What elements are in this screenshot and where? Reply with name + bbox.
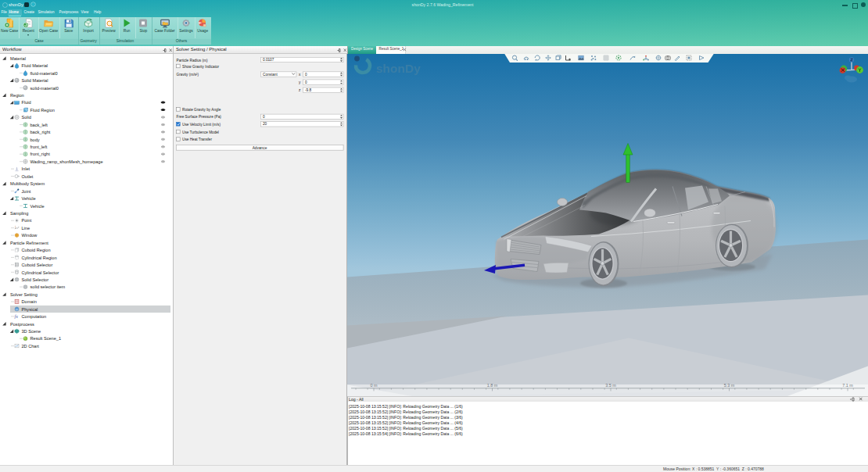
- svg-text:20: 20: [263, 122, 267, 126]
- svg-text:-9.8: -9.8: [305, 88, 311, 92]
- svg-text:Inlet: Inlet: [22, 166, 30, 171]
- svg-text:shonDy: shonDy: [376, 62, 421, 75]
- svg-text:3.5 m: 3.5 m: [605, 383, 616, 388]
- svg-text:Fluid Region: Fluid Region: [30, 108, 55, 113]
- svg-text:Line: Line: [22, 226, 30, 231]
- svg-text:fx: fx: [15, 314, 19, 319]
- svg-text:Advance: Advance: [253, 146, 267, 150]
- svg-text:Region: Region: [10, 93, 24, 98]
- svg-text:Outlet: Outlet: [22, 174, 34, 179]
- svg-text:Solid: Solid: [22, 115, 31, 120]
- svg-text:Cuboid Selector: Cuboid Selector: [22, 263, 53, 267]
- svg-text:0: 0: [305, 80, 307, 84]
- svg-text:0: 0: [305, 73, 307, 77]
- svg-text:Vehicle: Vehicle: [30, 204, 45, 209]
- svg-text:Particle Radius (m): Particle Radius (m): [177, 59, 208, 63]
- svg-text:Physical: Physical: [22, 307, 38, 312]
- svg-text:Wading_ramp_shonMesh_homepage: Wading_ramp_shonMesh_homepage: [30, 159, 103, 164]
- svg-text:0 m: 0 m: [371, 383, 378, 388]
- svg-text:5.3 m: 5.3 m: [724, 383, 735, 388]
- svg-text:Cylindrical Selector: Cylindrical Selector: [22, 270, 59, 275]
- svg-text:body: body: [30, 138, 40, 142]
- svg-text:Cylindrical Region: Cylindrical Region: [22, 256, 57, 260]
- svg-text:Solid Material: Solid Material: [22, 78, 48, 83]
- svg-text:Particle Refinement: Particle Refinement: [10, 241, 48, 245]
- svg-text:Sampling: Sampling: [10, 211, 28, 216]
- svg-text:back_left: back_left: [30, 123, 48, 127]
- svg-text:fluid-material0: fluid-material0: [30, 71, 58, 76]
- svg-text:Material: Material: [10, 56, 26, 61]
- svg-text:Free Surface Pressure (Pa): Free Surface Pressure (Pa): [177, 115, 222, 119]
- svg-text:0.0107: 0.0107: [263, 58, 274, 62]
- svg-text:Joint: Joint: [22, 189, 31, 194]
- svg-text:Use Heat Transfer: Use Heat Transfer: [182, 138, 212, 141]
- svg-text:x: x: [299, 73, 301, 77]
- svg-text:Fluid: Fluid: [22, 100, 31, 105]
- svg-text:Use Velocity Limit (m/s): Use Velocity Limit (m/s): [182, 123, 221, 127]
- svg-text:Domain: Domain: [22, 299, 37, 304]
- svg-text:1.8 m: 1.8 m: [487, 383, 498, 388]
- svg-text:2D Chart: 2D Chart: [22, 344, 40, 349]
- svg-text:y: y: [299, 80, 301, 84]
- svg-text:back_right: back_right: [30, 130, 51, 134]
- svg-text:front_left: front_left: [30, 145, 48, 149]
- svg-text:Result Scene_1: Result Scene_1: [30, 336, 62, 341]
- svg-text:Multibody System: Multibody System: [10, 181, 45, 186]
- svg-text:Postprocess: Postprocess: [10, 322, 34, 327]
- svg-text:3D Scene: 3D Scene: [22, 329, 41, 334]
- svg-text:solid selector item: solid selector item: [30, 284, 66, 289]
- svg-text:Solver Setting: Solver Setting: [10, 292, 38, 297]
- svg-text:Fluid Material: Fluid Material: [22, 63, 48, 68]
- svg-text:Vehicle: Vehicle: [22, 196, 36, 201]
- svg-text:Computation: Computation: [22, 314, 47, 319]
- svg-text:z: z: [299, 88, 301, 92]
- svg-text:Cuboid Region: Cuboid Region: [22, 248, 51, 252]
- svg-text:Use Turbulence Model: Use Turbulence Model: [182, 131, 219, 134]
- svg-text:Point: Point: [22, 218, 32, 223]
- svg-text:7.1 m: 7.1 m: [842, 383, 853, 388]
- svg-text:front_right: front_right: [30, 152, 51, 156]
- svg-text:Solid Selector: Solid Selector: [22, 277, 49, 282]
- svg-text:Gravity (m/s²): Gravity (m/s²): [177, 73, 199, 77]
- svg-text:Rotate Gravity by Angle: Rotate Gravity by Angle: [182, 108, 221, 112]
- svg-text:0: 0: [263, 115, 265, 119]
- svg-text:solid-material0: solid-material0: [30, 86, 59, 91]
- svg-text:Window: Window: [22, 233, 38, 238]
- svg-text:Constant: Constant: [263, 73, 278, 77]
- svg-text:Show Gravity Indicator: Show Gravity Indicator: [182, 65, 220, 69]
